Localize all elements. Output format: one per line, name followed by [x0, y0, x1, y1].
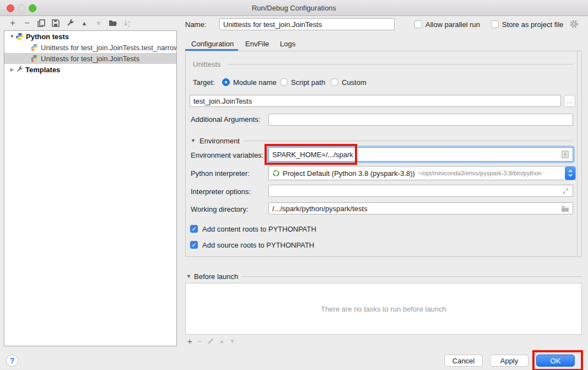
target-script-path-label: Script path: [291, 78, 325, 87]
ok-label: OK: [551, 357, 561, 365]
new-folder-button[interactable]: [107, 18, 119, 28]
group-divider: [241, 276, 582, 277]
tab-configuration[interactable]: Configuration: [191, 40, 234, 48]
add-task-button[interactable]: +: [187, 337, 192, 345]
add-content-roots-checkbox[interactable]: ✓: [190, 225, 198, 233]
interpreter-dropdown-button[interactable]: [565, 167, 575, 180]
python-test-icon: [31, 55, 39, 62]
before-launch-task-list: There are no tasks to run before launch: [185, 283, 582, 335]
scrollbar-track[interactable]: [577, 51, 578, 256]
working-directory-input[interactable]: /.../spark/python/pyspark/tests: [268, 202, 573, 215]
unittests-group-title: Unittests: [193, 60, 221, 68]
tree-item-templates[interactable]: ▶ Templates: [4, 64, 176, 75]
dialog-title: Run/Debug Configurations: [0, 4, 588, 12]
configurations-toolbar: + − ▲ ▼ az: [7, 18, 133, 28]
help-button[interactable]: ?: [6, 355, 18, 367]
move-task-down-button[interactable]: ▼: [229, 339, 235, 344]
save-icon: [51, 19, 60, 28]
collapsed-twisty-icon[interactable]: ▶: [9, 67, 15, 72]
python-interpreter-label: Python interpreter:: [191, 169, 250, 178]
environment-variables-label: Environment variables:: [191, 151, 263, 159]
move-up-button[interactable]: ▲: [78, 18, 90, 28]
arrow-down-icon: ▼: [96, 20, 102, 26]
wrench-icon: [15, 66, 23, 73]
ok-button[interactable]: OK: [536, 355, 575, 367]
check-icon: ✓: [191, 242, 196, 248]
copy-configuration-button[interactable]: [35, 18, 47, 28]
tab-envfile[interactable]: EnvFile: [245, 40, 269, 48]
add-source-roots-checkbox[interactable]: ✓: [190, 241, 198, 249]
module-name-value: test_join.JoinTests: [193, 97, 252, 105]
name-label: Name:: [185, 20, 206, 29]
before-launch-empty-message: There are no tasks to run before launch: [321, 305, 446, 313]
name-value: Unittests for test_join.JoinTests: [223, 20, 322, 29]
tab-logs[interactable]: Logs: [280, 40, 295, 48]
env-list-icon: [561, 150, 569, 159]
pencil-icon: [207, 337, 214, 345]
group-divider: [244, 141, 573, 141]
target-label: Target:: [193, 78, 215, 87]
before-launch-toolbar: + − ▲ ▼: [187, 337, 235, 345]
configurations-tree: ▼ Python tests Unittests for test_join.J…: [4, 30, 177, 346]
apply-label: Apply: [500, 357, 519, 365]
target-script-path-radio[interactable]: [280, 78, 288, 86]
add-source-roots-label: Add source roots to PYTHONPATH: [202, 241, 314, 249]
copy-icon: [37, 19, 46, 28]
wrench-icon: [66, 19, 74, 28]
additional-arguments-input[interactable]: [268, 114, 573, 126]
name-input[interactable]: Unittests for test_join.JoinTests: [219, 18, 395, 30]
group-divider: [228, 64, 573, 65]
cancel-label: Cancel: [452, 357, 474, 365]
edit-task-button[interactable]: [207, 337, 214, 345]
browse-env-variables-button[interactable]: [561, 150, 569, 159]
edit-templates-button[interactable]: [64, 18, 76, 28]
tree-item-test-narrow[interactable]: Unittests for test_join.JoinTests.test_n…: [4, 42, 176, 53]
expand-field-icon[interactable]: [562, 187, 569, 195]
allow-parallel-run-checkbox[interactable]: [414, 20, 422, 28]
plus-icon: +: [10, 19, 15, 28]
store-options-button[interactable]: [569, 19, 579, 29]
sort-alpha-icon: az: [123, 19, 132, 28]
tree-item-label: Templates: [25, 66, 60, 74]
target-custom-label: Custom: [342, 78, 366, 87]
gear-icon: [569, 19, 579, 29]
sort-configurations-button[interactable]: az: [121, 18, 133, 28]
save-configuration-button[interactable]: [50, 18, 62, 28]
store-as-project-file-checkbox[interactable]: [491, 20, 499, 28]
expanded-twisty-icon[interactable]: ▼: [9, 34, 15, 39]
remove-configuration-button[interactable]: −: [21, 18, 33, 28]
tree-item-python-tests[interactable]: ▼ Python tests: [4, 31, 176, 42]
add-configuration-button[interactable]: +: [7, 18, 19, 28]
folder-icon[interactable]: [561, 205, 569, 212]
ellipsis-icon: ...: [566, 98, 573, 104]
interpreter-options-input[interactable]: [268, 185, 573, 197]
cancel-button[interactable]: Cancel: [444, 355, 483, 367]
question-mark-icon: ?: [10, 356, 15, 365]
python-icon: [15, 33, 24, 41]
environment-variables-input[interactable]: SPARK_HOME=/.../spark: [268, 147, 573, 162]
browse-module-button[interactable]: ...: [564, 95, 575, 107]
new-folder-icon: [109, 19, 118, 28]
environment-collapse-icon[interactable]: ▼: [191, 138, 196, 143]
add-content-roots-label: Add content roots to PYTHONPATH: [202, 225, 316, 233]
environment-section-title: Environment: [199, 137, 240, 145]
environment-variables-value: SPARK_HOME=/.../spark: [272, 151, 353, 159]
run-debug-configurations-dialog: Run/Debug Configurations + − ▲ ▼ az ▼ Py…: [0, 0, 588, 370]
target-module-name-radio[interactable]: [222, 78, 230, 86]
working-directory-label: Working directory:: [191, 205, 249, 213]
move-task-up-button[interactable]: ▲: [219, 339, 225, 344]
before-launch-title: Before launch: [194, 272, 238, 281]
remove-task-button[interactable]: −: [197, 337, 202, 345]
move-down-button[interactable]: ▼: [93, 18, 105, 28]
python-interpreter-path: ~/opt/miniconda3/envs/pyspark-3.8/bin/py…: [418, 170, 542, 176]
module-name-input[interactable]: test_join.JoinTests: [190, 95, 561, 107]
target-custom-radio[interactable]: [331, 78, 338, 86]
store-as-project-file-label: Store as project file: [502, 20, 563, 29]
target-module-name-label: Module name: [233, 78, 277, 87]
arrow-up-icon: ▲: [82, 20, 88, 26]
before-launch-collapse-icon[interactable]: ▼: [186, 274, 191, 279]
tree-item-jointests-selected[interactable]: Unittests for test_join.JoinTests: [4, 53, 176, 64]
svg-text:z: z: [128, 23, 130, 28]
python-interpreter-select[interactable]: Project Default (Python 3.8 (pyspark-3.8…: [268, 166, 576, 180]
apply-button[interactable]: Apply: [490, 355, 528, 367]
